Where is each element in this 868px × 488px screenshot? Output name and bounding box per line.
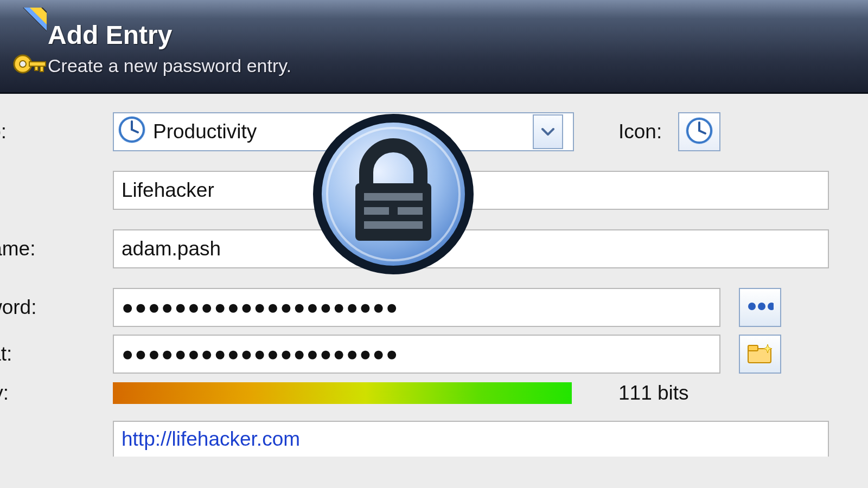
dialog-title: Add Entry [48,20,291,50]
group-value: Productivity [153,120,257,143]
generate-password-button[interactable] [739,335,781,374]
row-group: oup: [0,110,868,153]
show-password-button[interactable] [739,288,781,327]
label-group: oup: [0,120,113,143]
title-value: Lifehacker [122,179,214,202]
url-value: http://lifehacker.com [122,428,300,451]
repeat-password-input[interactable]: ●●●●●●●●●●●●●●●●●●●●● [113,335,720,374]
svg-point-19 [768,303,774,310]
chevron-down-icon[interactable] [533,114,563,149]
label-quality: ality: [0,382,113,404]
label-repeat: peat: [0,343,113,365]
row-url: L: http://lifehacker.com [0,417,868,460]
dots-icon [746,299,774,316]
row-username: r name: adam.pash [0,227,868,271]
password-mask: ●●●●●●●●●●●●●●●●●●●●● [122,296,399,319]
svg-point-18 [758,303,765,310]
label-title: e: [0,179,113,202]
svg-rect-21 [748,345,758,351]
row-repeat: peat: ●●●●●●●●●●●●●●●●●●●●● [0,332,868,376]
group-select[interactable]: Productivity [113,112,574,151]
password-input[interactable]: ●●●●●●●●●●●●●●●●●●●●● [113,288,720,327]
svg-point-5 [20,61,26,67]
clock-icon [117,115,146,149]
url-input[interactable]: http://lifehacker.com [113,421,829,457]
row-title: e: Lifehacker [0,169,868,212]
svg-rect-7 [40,66,43,72]
label-password: ssword: [0,296,113,319]
dialog-header: Add Entry Create a new password entry. [0,0,868,94]
dialog-subtitle: Create a new password entry. [48,55,291,76]
row-password: ssword: ●●●●●●●●●●●●●●●●●●●●● [0,286,868,329]
folder-spark-icon [746,341,774,367]
svg-rect-6 [29,62,46,66]
quality-meter [113,382,572,404]
svg-point-17 [748,303,756,310]
label-icon: Icon: [618,120,662,143]
label-url: L: [0,427,113,450]
repeat-mask: ●●●●●●●●●●●●●●●●●●●●● [122,343,399,365]
svg-rect-8 [35,66,38,70]
username-value: adam.pash [122,237,221,260]
icon-picker-button[interactable] [678,112,720,151]
clock-icon [685,116,714,147]
row-quality: ality: 111 bits [0,379,868,407]
username-input[interactable]: adam.pash [113,229,829,268]
quality-bits: 111 bits [618,382,689,404]
form-content: oup: [0,94,868,460]
title-input[interactable]: Lifehacker [113,171,829,210]
label-username: r name: [0,237,113,260]
pencil-key-icon [10,8,47,86]
